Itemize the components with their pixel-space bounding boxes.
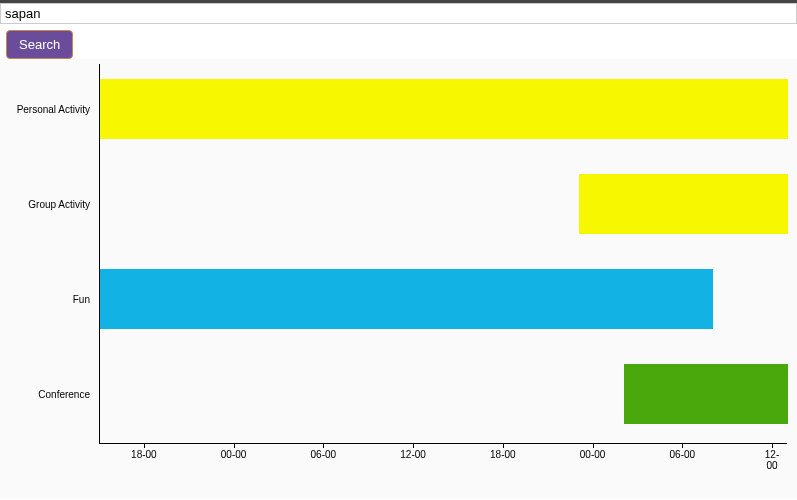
- bar-personal-activity: [100, 79, 788, 139]
- x-tick: [413, 444, 414, 448]
- search-button[interactable]: Search: [6, 30, 73, 59]
- bar-conference: [624, 364, 788, 424]
- gantt-chart: Personal Activity Group Activity Fun Con…: [0, 59, 797, 499]
- y-label-conference: Conference: [0, 389, 90, 400]
- x-label: 12-00: [760, 449, 785, 471]
- x-label: 18-00: [131, 449, 157, 460]
- bar-group-activity: [579, 174, 788, 234]
- x-label: 18-00: [490, 449, 516, 460]
- x-label: 00-00: [580, 449, 606, 460]
- x-label: 00-00: [221, 449, 247, 460]
- x-tick: [593, 444, 594, 448]
- x-tick: [323, 444, 324, 448]
- y-label-group: Group Activity: [0, 199, 90, 210]
- plot-region: [99, 64, 787, 444]
- y-label-personal: Personal Activity: [0, 104, 90, 115]
- x-tick: [682, 444, 683, 448]
- x-tick: [234, 444, 235, 448]
- y-label-fun: Fun: [0, 294, 90, 305]
- x-tick: [772, 444, 773, 448]
- x-tick: [144, 444, 145, 448]
- x-tick: [503, 444, 504, 448]
- bar-fun: [100, 269, 713, 329]
- x-label: 12-00: [400, 449, 426, 460]
- x-label: 06-00: [670, 449, 696, 460]
- x-label: 06-00: [311, 449, 337, 460]
- search-input[interactable]: [0, 3, 797, 24]
